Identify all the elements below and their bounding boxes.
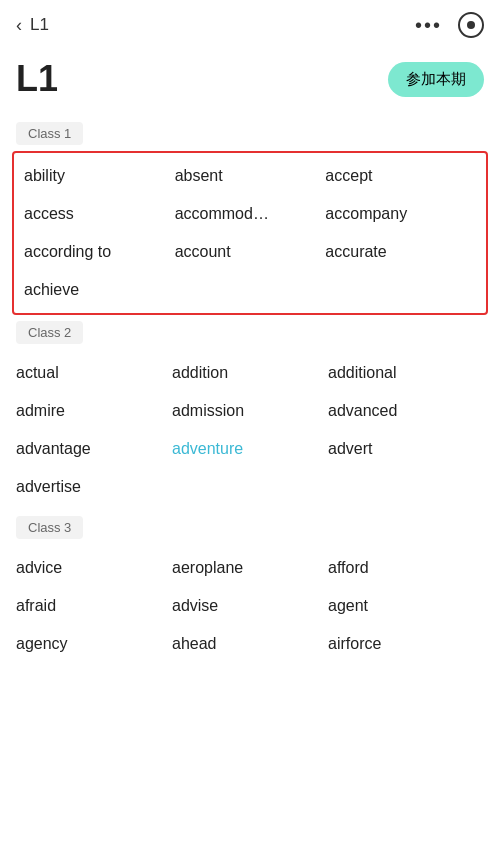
class-1-label: Class 1 (16, 122, 83, 145)
class-2-words: actual addition additional admire admiss… (0, 350, 500, 510)
word-cell: admire (16, 400, 172, 422)
word-cell: advice (16, 557, 172, 579)
table-row: afraid advise agent (16, 587, 484, 625)
table-row: advantage adventure advert (16, 430, 484, 468)
top-bar-title: L1 (30, 15, 49, 35)
word-cell: advise (172, 595, 328, 617)
word-cell: aeroplane (172, 557, 328, 579)
word-cell (325, 279, 476, 301)
word-cell: according to (24, 241, 175, 263)
word-cell: access (24, 203, 175, 225)
word-cell: accompany (325, 203, 476, 225)
word-cell: account (175, 241, 326, 263)
table-row: achieve (24, 271, 476, 309)
class-3-words: advice aeroplane afford afraid advise ag… (0, 545, 500, 667)
word-cell: actual (16, 362, 172, 384)
word-cell: achieve (24, 279, 175, 301)
table-row: agency ahead airforce (16, 625, 484, 663)
word-cell: addition (172, 362, 328, 384)
class-1-section: Class 1 ability absent accept access acc… (0, 116, 500, 315)
class-2-label: Class 2 (16, 321, 83, 344)
word-cell: advertise (16, 476, 172, 498)
class-3-label: Class 3 (16, 516, 83, 539)
word-cell: ahead (172, 633, 328, 655)
page-title: L1 (16, 58, 58, 100)
table-row: access accommod… accompany (24, 195, 476, 233)
word-cell: accurate (325, 241, 476, 263)
word-cell-link[interactable]: adventure (172, 438, 328, 460)
join-button[interactable]: 参加本期 (388, 62, 484, 97)
word-cell: advert (328, 438, 484, 460)
word-cell: agent (328, 595, 484, 617)
word-cell: admission (172, 400, 328, 422)
word-cell: advantage (16, 438, 172, 460)
word-cell (175, 279, 326, 301)
top-bar: ‹ L1 ••• (0, 0, 500, 50)
class-3-section: Class 3 advice aeroplane afford afraid a… (0, 510, 500, 667)
target-icon[interactable] (458, 12, 484, 38)
table-row: according to account accurate (24, 233, 476, 271)
word-cell (328, 476, 484, 498)
table-row: actual addition additional (16, 354, 484, 392)
word-cell: ability (24, 165, 175, 187)
word-cell: accommod… (175, 203, 326, 225)
class-1-words: ability absent accept access accommod… a… (12, 151, 488, 315)
table-row: advice aeroplane afford (16, 549, 484, 587)
word-cell: advanced (328, 400, 484, 422)
table-row: ability absent accept (24, 157, 476, 195)
table-row: admire admission advanced (16, 392, 484, 430)
word-cell: afford (328, 557, 484, 579)
page-header: L1 参加本期 (0, 50, 500, 116)
word-cell: accept (325, 165, 476, 187)
more-icon[interactable]: ••• (415, 14, 442, 37)
back-icon[interactable]: ‹ (16, 15, 22, 36)
word-cell: airforce (328, 633, 484, 655)
class-2-section: Class 2 actual addition additional admir… (0, 315, 500, 510)
word-cell: afraid (16, 595, 172, 617)
word-cell: additional (328, 362, 484, 384)
word-cell: agency (16, 633, 172, 655)
word-cell (172, 476, 328, 498)
table-row: advertise (16, 468, 484, 506)
word-cell: absent (175, 165, 326, 187)
